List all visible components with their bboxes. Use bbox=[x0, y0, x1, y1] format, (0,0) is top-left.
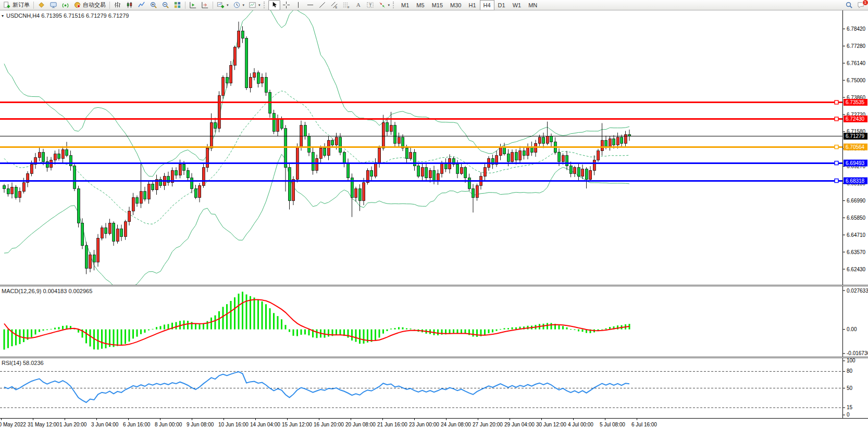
resistance-line-1[interactable] bbox=[0, 100, 842, 104]
price-chart[interactable]: 6.784206.772806.761406.750006.738606.727… bbox=[0, 10, 868, 285]
svg-text:T: T bbox=[369, 3, 371, 8]
time-label: 24 Jun 08:00 bbox=[441, 422, 471, 427]
svg-text:6.70564: 6.70564 bbox=[846, 144, 865, 150]
hline-button[interactable] bbox=[304, 0, 316, 10]
rsi-pane: 1008050150 RSI(14) 58.0236 bbox=[0, 358, 868, 418]
time-tick bbox=[351, 419, 351, 420]
navigator-button[interactable] bbox=[59, 0, 71, 10]
time-tick bbox=[96, 419, 97, 420]
time-label: 10 Jun 16:00 bbox=[218, 422, 249, 427]
rsi-axis[interactable]: 1008050150 bbox=[842, 358, 855, 418]
indicators-button[interactable]: ▾ bbox=[215, 0, 231, 10]
svg-text:6.65850: 6.65850 bbox=[847, 215, 866, 221]
new-order-icon bbox=[3, 1, 11, 9]
new-order-button[interactable]: 新订单 bbox=[1, 0, 32, 10]
macd-axis[interactable]: 0.0276330.00-0.016736 bbox=[842, 288, 868, 356]
arrows-icon bbox=[378, 1, 386, 9]
time-tick bbox=[33, 419, 33, 420]
periods-button[interactable]: ▾ bbox=[231, 0, 247, 10]
tile-windows-button[interactable] bbox=[171, 0, 183, 10]
time-label: 14 Jun 04:00 bbox=[250, 422, 280, 427]
rsi-chart[interactable]: 1008050150 bbox=[0, 358, 868, 418]
time-tick bbox=[382, 419, 383, 420]
templates-button[interactable]: ▾ bbox=[246, 0, 263, 10]
autoscroll-button[interactable] bbox=[187, 0, 199, 10]
chart-window: 6.784206.772806.761406.750006.738606.727… bbox=[0, 10, 868, 429]
time-label: 8 Jun 00:00 bbox=[155, 422, 182, 427]
svg-text:6.75000: 6.75000 bbox=[847, 78, 866, 83]
channel-icon: E bbox=[330, 1, 338, 9]
time-label: 5 Jul 08:00 bbox=[600, 422, 625, 427]
notifications-button[interactable]: 1 bbox=[855, 0, 867, 10]
indicators-icon bbox=[217, 1, 225, 9]
arrows-button[interactable]: ▾ bbox=[376, 0, 392, 10]
time-tick bbox=[1, 419, 2, 420]
macd-pane: 0.0276330.00-0.016736 MACD(12,26,9) 0.00… bbox=[0, 286, 868, 357]
fibonacci-icon: F bbox=[342, 1, 350, 9]
svg-text:50: 50 bbox=[847, 385, 853, 391]
tf-h4[interactable]: H4 bbox=[480, 0, 494, 10]
chevron-down-icon: ▾ bbox=[227, 3, 229, 7]
support-line-2[interactable] bbox=[0, 179, 842, 183]
time-label: 6 Jul 16:00 bbox=[631, 422, 657, 427]
zoom-in-button[interactable] bbox=[147, 0, 159, 10]
time-label: 30 Jun 12:00 bbox=[536, 422, 566, 427]
cursor-icon bbox=[270, 1, 278, 9]
tf-m1[interactable]: M1 bbox=[398, 0, 413, 10]
chevron-down-icon: ▾ bbox=[388, 3, 390, 7]
time-label: 16 Jun 20:00 bbox=[314, 422, 344, 427]
tf-w1[interactable]: W1 bbox=[509, 0, 525, 10]
bar-chart-icon bbox=[114, 1, 121, 9]
cursor-button[interactable] bbox=[268, 0, 280, 10]
crosshair-button[interactable] bbox=[280, 0, 292, 10]
tf-m5[interactable]: M5 bbox=[413, 0, 428, 10]
channel-button[interactable]: E bbox=[328, 0, 340, 10]
svg-text:80: 80 bbox=[847, 368, 853, 374]
resistance-line-2[interactable] bbox=[0, 117, 842, 121]
search-button[interactable] bbox=[843, 0, 855, 10]
tf-m15[interactable]: M15 bbox=[428, 0, 447, 10]
svg-text:6.78420: 6.78420 bbox=[847, 26, 866, 32]
toolbar-grip bbox=[264, 2, 266, 8]
tf-m30[interactable]: M30 bbox=[447, 0, 465, 10]
profiles-button[interactable] bbox=[35, 0, 47, 10]
chart-menu-icon[interactable]: ▾ bbox=[2, 14, 4, 18]
text-icon: A bbox=[354, 1, 362, 9]
candle-chart-button[interactable] bbox=[123, 0, 135, 10]
trendline-button[interactable] bbox=[316, 0, 328, 10]
market-watch-button[interactable] bbox=[47, 0, 59, 10]
svg-text:6.66990: 6.66990 bbox=[847, 198, 866, 204]
time-axis[interactable]: 30 May 202231 May 12:001 Jun 20:003 Jun … bbox=[0, 418, 868, 429]
svg-text:F: F bbox=[348, 6, 350, 9]
time-label: 29 Jun 04:00 bbox=[504, 422, 535, 427]
pivot-line[interactable] bbox=[0, 145, 842, 149]
line-chart-button[interactable] bbox=[135, 0, 147, 10]
autotrading-button[interactable]: 自动交易 bbox=[71, 0, 108, 10]
chart-shift-button[interactable] bbox=[199, 0, 211, 10]
vline-button[interactable] bbox=[292, 0, 304, 10]
market-watch-icon bbox=[49, 1, 57, 9]
bar-chart-button[interactable] bbox=[111, 0, 123, 10]
notification-badge: 1 bbox=[862, 0, 868, 6]
svg-text:0.027633: 0.027633 bbox=[847, 288, 868, 294]
zoom-out-button[interactable] bbox=[159, 0, 171, 10]
fibonacci-button[interactable]: F bbox=[340, 0, 352, 10]
text-button[interactable]: A bbox=[352, 0, 364, 10]
label-button[interactable]: T bbox=[364, 0, 376, 10]
macd-chart[interactable]: 0.0276330.00-0.016736 bbox=[0, 286, 868, 357]
svg-text:6.71279: 6.71279 bbox=[846, 133, 865, 139]
time-tick bbox=[637, 419, 637, 420]
tf-d1[interactable]: D1 bbox=[494, 0, 509, 10]
chart-title-text: USDCNH,H4 6.71395 6.71516 6.71279 6.7127… bbox=[6, 12, 129, 19]
time-label: 4 Jul 00:00 bbox=[568, 422, 593, 427]
tf-mn[interactable]: MN bbox=[525, 0, 541, 10]
time-tick bbox=[573, 419, 574, 420]
svg-text:6.63570: 6.63570 bbox=[847, 249, 866, 255]
time-tick bbox=[224, 419, 224, 420]
svg-text:6.77280: 6.77280 bbox=[847, 43, 866, 49]
time-label: 9 Jun 08:00 bbox=[187, 422, 214, 427]
tf-h1[interactable]: H1 bbox=[465, 0, 479, 10]
time-label: 3 Jun 04:00 bbox=[91, 422, 118, 427]
time-label: 20 Jun 08:00 bbox=[345, 422, 376, 427]
chart-title: ▾ USDCNH,H4 6.71395 6.71516 6.71279 6.71… bbox=[2, 12, 129, 19]
